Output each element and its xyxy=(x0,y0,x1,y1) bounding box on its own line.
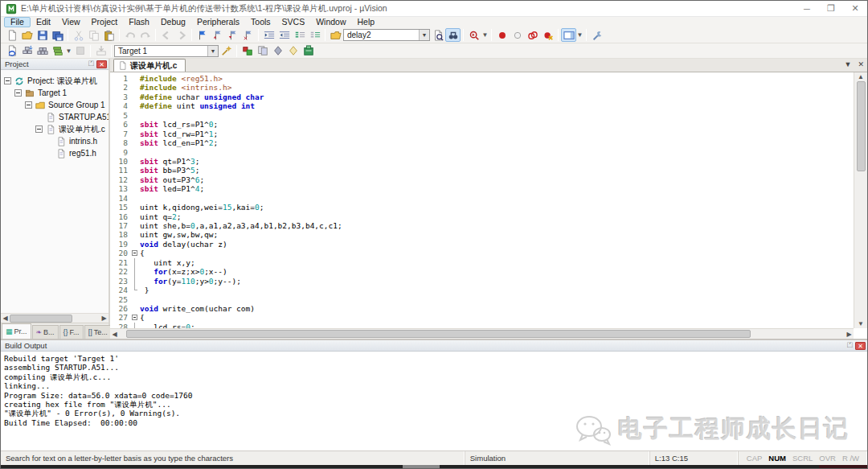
dropdown-arrow-icon[interactable]: ▼ xyxy=(481,31,489,39)
code-line[interactable]: 4#define uint unsigned int xyxy=(110,101,854,110)
tree-node[interactable]: Source Group 1 xyxy=(1,99,108,111)
bookmark-next-icon[interactable] xyxy=(225,28,240,42)
code-line[interactable]: 14 xyxy=(110,194,854,203)
stop-build-icon[interactable] xyxy=(72,44,88,58)
code-line[interactable]: 20{ xyxy=(110,249,854,257)
undo-icon[interactable] xyxy=(122,28,137,42)
code-line[interactable]: 9 xyxy=(110,148,854,157)
comment-icon[interactable] xyxy=(292,28,307,42)
menu-edit[interactable]: Edit xyxy=(31,17,56,27)
project-panel-close-icon[interactable]: ✕ xyxy=(96,60,107,68)
collapse-icon[interactable] xyxy=(4,77,11,84)
save-all-icon[interactable] xyxy=(50,28,65,42)
rebuild-icon[interactable] xyxy=(35,44,50,58)
manage-components-icon[interactable] xyxy=(240,44,255,58)
collapse-icon[interactable] xyxy=(35,125,43,133)
panel-tab-pr[interactable]: ▦Pr... xyxy=(2,323,31,339)
tab-list-dropdown-icon[interactable]: ▼ xyxy=(845,60,852,68)
close-button[interactable]: ✕ xyxy=(843,1,867,16)
menu-help[interactable]: Help xyxy=(352,17,381,27)
dropdown-arrow-icon[interactable]: ▼ xyxy=(576,31,583,39)
code-line[interactable]: 2#include <intrins.h> xyxy=(110,83,854,92)
code-line[interactable]: 7sbit lcd_rw=P1^1; xyxy=(110,130,854,138)
new-file-icon[interactable] xyxy=(4,28,19,42)
combo-dropdown-icon[interactable]: ▼ xyxy=(419,30,429,40)
breakpoint-disable-all-icon[interactable] xyxy=(525,28,540,42)
project-hscrollbar[interactable]: ◀ ▶ xyxy=(1,313,108,323)
assign-diamond-icon[interactable] xyxy=(270,44,285,58)
code-line[interactable]: 12sbit out=P3^6; xyxy=(110,175,854,184)
file-extensions-icon[interactable] xyxy=(255,44,270,58)
unassign-diamond-icon[interactable] xyxy=(285,44,301,58)
code-line[interactable]: 1#include <reg51.h> xyxy=(110,74,854,83)
scroll-left-icon[interactable]: ◀ xyxy=(1,314,10,323)
scroll-down-icon[interactable]: ▼ xyxy=(857,319,866,328)
panel-tab-f[interactable]: {}F... xyxy=(59,325,84,339)
code-line[interactable]: 3#define uchar unsigned char xyxy=(110,93,854,101)
copy-icon[interactable] xyxy=(86,28,101,42)
fold-gutter[interactable] xyxy=(131,313,140,322)
scroll-right-icon[interactable]: ▶ xyxy=(845,330,854,339)
code-line[interactable]: 19void delay(uchar z) xyxy=(110,240,854,249)
bookmark-toggle-icon[interactable] xyxy=(194,28,210,42)
code-line[interactable]: 21 uint x,y; xyxy=(110,258,854,267)
code-line[interactable]: 28 lcd_rs=0; xyxy=(110,323,854,328)
panel-tab-b[interactable]: ❧B... xyxy=(32,325,59,339)
tree-node[interactable]: Target 1 xyxy=(1,87,108,99)
pin-icon[interactable]: ⏍ xyxy=(86,60,96,68)
tree-node[interactable]: reg51.h xyxy=(1,147,108,159)
code-line[interactable]: 26void write_com(uchar com) xyxy=(110,304,854,313)
editor-vscrollbar[interactable]: ▲ ▼ xyxy=(854,72,867,328)
pack-installer-icon[interactable] xyxy=(301,44,316,58)
menu-file[interactable]: File xyxy=(4,17,31,27)
breakpoint-toggle-icon[interactable] xyxy=(494,28,510,42)
code-line[interactable]: 23 for(y=110;y>0;y--); xyxy=(110,277,854,286)
menu-project[interactable]: Project xyxy=(86,17,124,27)
code-line[interactable]: 5 xyxy=(110,111,854,120)
code-editor[interactable]: 1#include <reg51.h>2#include <intrins.h>… xyxy=(110,72,854,328)
menu-debug[interactable]: Debug xyxy=(155,17,191,27)
download-icon[interactable] xyxy=(93,44,108,58)
menu-flash[interactable]: Flash xyxy=(123,17,155,27)
find-files-folder-icon[interactable] xyxy=(328,28,343,42)
code-line[interactable]: 22 for(x=z;x>0;x--) xyxy=(110,267,854,276)
find-in-files-icon[interactable] xyxy=(430,28,445,42)
tree-node[interactable]: STARTUP.A51 xyxy=(1,111,108,123)
collapse-icon[interactable] xyxy=(25,101,32,109)
bookmark-clear-icon[interactable] xyxy=(240,28,256,42)
restore-button[interactable]: ❐ xyxy=(819,1,843,16)
tree-node[interactable]: intrins.h xyxy=(1,135,108,147)
build-output-close-icon[interactable]: ✕ xyxy=(855,342,866,350)
code-line[interactable]: 16uint q=2; xyxy=(110,212,854,221)
scroll-right-icon[interactable]: ▶ xyxy=(100,314,108,323)
code-line[interactable]: 11sbit bb=P3^5; xyxy=(110,166,854,175)
minimize-button[interactable]: ─ xyxy=(795,1,819,16)
pin-icon[interactable]: ⏍ xyxy=(845,341,855,350)
code-line[interactable]: 6sbit lcd_rs=P1^0; xyxy=(110,120,854,129)
outdent-icon[interactable] xyxy=(276,28,292,42)
tab-close-icon[interactable]: ✕ xyxy=(858,60,864,68)
run-to-cursor-icon[interactable] xyxy=(466,28,481,42)
indent-icon[interactable] xyxy=(261,28,276,42)
dropdown-arrow-icon[interactable]: ▼ xyxy=(65,47,72,55)
editor-tab[interactable]: 课设单片机.c xyxy=(113,59,186,72)
code-line[interactable]: 27{ xyxy=(110,313,854,322)
bookmark-prev-icon[interactable] xyxy=(210,28,225,42)
batch-build-icon[interactable] xyxy=(50,44,65,58)
menu-peripherals[interactable]: Peripherals xyxy=(191,17,245,27)
panel-tab-te[interactable]: []Te... xyxy=(84,325,112,339)
code-line[interactable]: 15uint k,qidong,wei=15,kai=0; xyxy=(110,203,854,212)
fold-gutter[interactable] xyxy=(131,249,140,257)
paste-icon[interactable] xyxy=(101,28,117,42)
editor-hscrollbar[interactable]: ◀ ▶ xyxy=(110,328,854,339)
menu-view[interactable]: View xyxy=(56,17,86,27)
save-icon[interactable] xyxy=(35,28,50,42)
redo-icon[interactable] xyxy=(137,28,153,42)
cut-icon[interactable] xyxy=(71,28,86,42)
code-line[interactable]: 8sbit lcd_en=P1^2; xyxy=(110,138,854,147)
collapse-icon[interactable] xyxy=(14,89,22,97)
nav-back-icon[interactable] xyxy=(158,28,174,42)
code-line[interactable]: 10sbit qt=P1^3; xyxy=(110,157,854,166)
target-select-combo[interactable]: Target 1▼ xyxy=(114,45,219,57)
target-options-icon[interactable] xyxy=(219,44,234,58)
